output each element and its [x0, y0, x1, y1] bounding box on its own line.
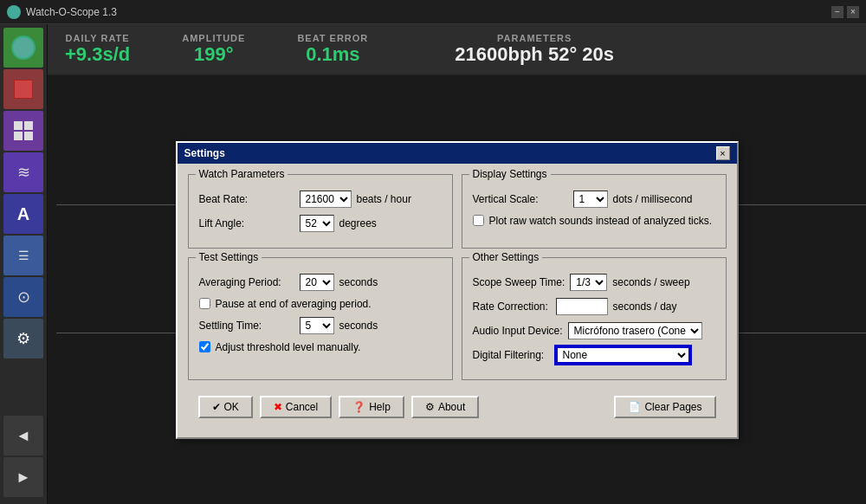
- list-icon: ☰: [18, 249, 29, 262]
- vertical-scale-unit: dots / millisecond: [613, 193, 693, 205]
- beat-rate-unit: beats / hour: [357, 193, 411, 205]
- ok-button[interactable]: ✔ OK: [198, 396, 253, 418]
- settling-time-row: Settling Time: 5 2 10 seconds: [199, 317, 442, 334]
- help-question-icon: ❓: [352, 401, 365, 413]
- sidebar-item-text[interactable]: A: [3, 194, 43, 234]
- dialog-buttons: ✔ OK ✖ Cancel ❓ Help: [188, 389, 727, 427]
- wave-icon: ≋: [17, 163, 30, 182]
- beat-error-value: 0.1ms: [297, 43, 368, 66]
- cancel-button[interactable]: ✖ Cancel: [260, 396, 332, 418]
- avg-period-label: Averaging Period:: [199, 276, 294, 288]
- pause-row: Pause at end of averaging period.: [199, 298, 442, 310]
- beat-error-label: BEAT ERROR: [297, 33, 368, 43]
- close-button[interactable]: ×: [847, 6, 859, 18]
- sidebar-bottom: ◄ ►: [3, 416, 43, 504]
- adjust-threshold-label: Adjust threshold level manually.: [216, 341, 361, 353]
- dialog-body: Watch Parameters Beat Rate: 21600 18000 …: [178, 164, 737, 437]
- avg-period-unit: seconds: [339, 276, 378, 288]
- digital-filtering-select[interactable]: None Low Medium High: [556, 346, 690, 364]
- vertical-scale-row: Vertical Scale: 1 2 5 10 dots / millisec…: [473, 191, 715, 208]
- pause-checkbox[interactable]: [199, 298, 210, 309]
- display-settings-label: Display Settings: [469, 168, 551, 180]
- sidebar-item-grid[interactable]: [3, 111, 43, 151]
- test-settings-label: Test Settings: [196, 251, 262, 263]
- ok-checkmark-icon: ✔: [212, 401, 221, 413]
- sidebar-item-list[interactable]: ☰: [3, 236, 43, 275]
- sidebar: ≋ A ☰ ⊙ ⚙ ◄ ►: [0, 24, 48, 504]
- rate-correction-row: Rate Correction: 1.4 seconds / day: [473, 298, 715, 315]
- avg-period-select[interactable]: 20 10 30 60: [300, 274, 334, 291]
- cancel-x-icon: ✖: [274, 401, 282, 413]
- clear-pages-button[interactable]: 📄 Clear Pages: [614, 396, 715, 418]
- adjust-threshold-row: Adjust threshold level manually.: [199, 341, 442, 353]
- other-settings-label: Other Settings: [469, 251, 543, 263]
- amplitude-value: 199°: [182, 43, 245, 66]
- amplitude-label: AMPLITUDE: [182, 33, 245, 43]
- stop-icon: [14, 80, 33, 99]
- scope-sweep-select[interactable]: 1/3 1/4 1/2 1: [570, 274, 607, 291]
- stat-beat-error: BEAT ERROR 0.1ms: [297, 33, 368, 66]
- sidebar-item-wave[interactable]: ≋: [3, 152, 43, 192]
- settling-time-label: Settling Time:: [199, 320, 294, 332]
- settings-icon: ⚙: [16, 329, 30, 348]
- forward-arrow-icon: ►: [16, 468, 31, 487]
- daily-rate-label: DAILY RATE: [65, 33, 130, 43]
- about-button[interactable]: ⚙ About: [411, 396, 479, 418]
- vertical-scale-label: Vertical Scale:: [473, 193, 568, 205]
- beat-rate-select[interactable]: 21600 18000 28800 36000: [300, 191, 352, 208]
- lift-angle-unit: degrees: [339, 217, 377, 229]
- audio-input-row: Audio Input Device: Micrófono trasero (C…: [473, 322, 715, 339]
- display-settings-group: Display Settings Vertical Scale: 1 2 5 1…: [462, 174, 727, 249]
- daily-rate-value: +9.3s/d: [65, 43, 130, 66]
- vertical-scale-select[interactable]: 1 2 5 10: [573, 191, 608, 208]
- sidebar-item-settings[interactable]: ⚙: [3, 319, 43, 359]
- avg-period-row: Averaging Period: 20 10 30 60 seconds: [199, 274, 442, 291]
- grid-icon: [14, 121, 33, 140]
- stats-bar: DAILY RATE +9.3s/d AMPLITUDE 199° BEAT E…: [48, 24, 866, 75]
- audio-input-select[interactable]: Micrófono trasero (Conexant Sr: [568, 322, 702, 339]
- digital-filtering-label: Digital Filtering:: [473, 349, 551, 361]
- title-bar-text: Watch-O-Scope 1.3: [26, 6, 831, 18]
- watch-params-group: Watch Parameters Beat Rate: 21600 18000 …: [188, 174, 453, 249]
- dialog-title: Settings: [184, 147, 225, 159]
- canvas-area: Settings × Watch Parameters Be: [48, 75, 866, 504]
- dialog-titlebar: Settings ×: [178, 143, 737, 164]
- rate-correction-unit: seconds / day: [613, 300, 677, 313]
- stat-daily-rate: DAILY RATE +9.3s/d: [65, 33, 130, 66]
- back-arrow-icon: ◄: [16, 427, 31, 445]
- sidebar-item-camera[interactable]: ⊙: [3, 277, 43, 317]
- camera-icon: ⊙: [17, 288, 30, 307]
- lift-angle-label: Lift Angle:: [199, 217, 294, 229]
- other-settings-group: Other Settings Scope Sweep Time: 1/3 1/4…: [462, 257, 727, 380]
- adjust-threshold-checkbox[interactable]: [199, 341, 210, 352]
- stat-parameters: PARAMETERS 21600bph 52° 20s: [455, 33, 614, 66]
- top-groups: Watch Parameters Beat Rate: 21600 18000 …: [188, 174, 727, 257]
- lift-angle-select[interactable]: 52 45 50 53 55: [300, 215, 334, 232]
- test-settings-group: Test Settings Averaging Period: 20 10 30…: [188, 257, 453, 380]
- parameters-value: 21600bph 52° 20s: [455, 43, 614, 66]
- digital-filtering-row: Digital Filtering: None Low Medium High: [473, 346, 715, 364]
- settling-time-select[interactable]: 5 2 10: [300, 317, 334, 334]
- audio-input-label: Audio Input Device:: [473, 325, 563, 337]
- app-icon: [7, 5, 21, 19]
- minimize-button[interactable]: −: [831, 6, 843, 18]
- plot-raw-row: Plot raw watch sounds instead of analyze…: [473, 215, 715, 227]
- clear-pages-doc-icon: 📄: [628, 401, 641, 413]
- parameters-label: PARAMETERS: [455, 33, 614, 43]
- sidebar-item-stop[interactable]: [3, 69, 43, 109]
- settling-time-unit: seconds: [339, 320, 378, 332]
- help-button[interactable]: ❓ Help: [339, 396, 404, 418]
- main-area: ≋ A ☰ ⊙ ⚙ ◄ ► DAILY RATE +9.3s/d: [0, 24, 866, 504]
- text-icon: A: [17, 204, 29, 224]
- plot-raw-label: Plot raw watch sounds instead of analyze…: [489, 215, 712, 227]
- sidebar-item-scope[interactable]: [3, 28, 43, 68]
- plot-raw-checkbox[interactable]: [473, 215, 484, 226]
- sidebar-item-forward[interactable]: ►: [3, 457, 43, 497]
- stat-amplitude: AMPLITUDE 199°: [182, 33, 245, 66]
- left-buttons: ✔ OK ✖ Cancel ❓ Help: [198, 396, 480, 418]
- circle-icon: [11, 36, 36, 60]
- dialog-close-button[interactable]: ×: [716, 146, 730, 160]
- rate-correction-input[interactable]: 1.4: [556, 298, 608, 315]
- sidebar-item-back[interactable]: ◄: [3, 416, 43, 456]
- content-area: DAILY RATE +9.3s/d AMPLITUDE 199° BEAT E…: [48, 24, 866, 504]
